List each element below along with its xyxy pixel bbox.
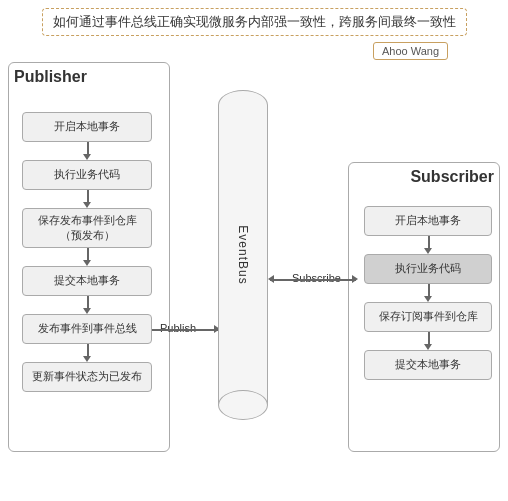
author-badge: Ahoo Wang	[373, 42, 448, 60]
eventbus-label: EventBus	[236, 225, 250, 284]
pub-step-4: 提交本地事务	[22, 266, 152, 296]
title-area: 如何通过事件总线正确实现微服务内部强一致性，跨服务间最终一致性	[30, 8, 478, 36]
subscribe-arrow-line	[270, 279, 356, 281]
publish-arrow-line	[152, 329, 218, 331]
publisher-label: Publisher	[14, 68, 87, 86]
sub-step-4: 提交本地事务	[364, 350, 492, 380]
sub-step-2: 执行业务代码	[364, 254, 492, 284]
publish-label: Publish	[160, 322, 196, 334]
pub-step-6: 更新事件状态为已发布	[22, 362, 152, 392]
pub-step-1: 开启本地事务	[22, 112, 152, 142]
eventbus-bottom	[218, 390, 268, 420]
sub-step-1: 开启本地事务	[364, 206, 492, 236]
pub-step-3: 保存发布事件到仓库 （预发布）	[22, 208, 152, 248]
author-text: Ahoo Wang	[382, 45, 439, 57]
pub-step-5: 发布事件到事件总线	[22, 314, 152, 344]
sub-step-3: 保存订阅事件到仓库	[364, 302, 492, 332]
eventbus-container: EventBus	[218, 90, 268, 420]
eventbus-body: EventBus	[218, 105, 268, 405]
subscribe-label: Subscribe	[292, 272, 341, 284]
subscribe-arrowhead	[352, 275, 358, 283]
pub-step-2: 执行业务代码	[22, 160, 152, 190]
subscriber-label: Subscriber	[410, 168, 494, 186]
title-text: 如何通过事件总线正确实现微服务内部强一致性，跨服务间最终一致性	[53, 14, 456, 29]
subscribe-arrowhead-left	[268, 275, 274, 283]
title-border: 如何通过事件总线正确实现微服务内部强一致性，跨服务间最终一致性	[42, 8, 467, 36]
